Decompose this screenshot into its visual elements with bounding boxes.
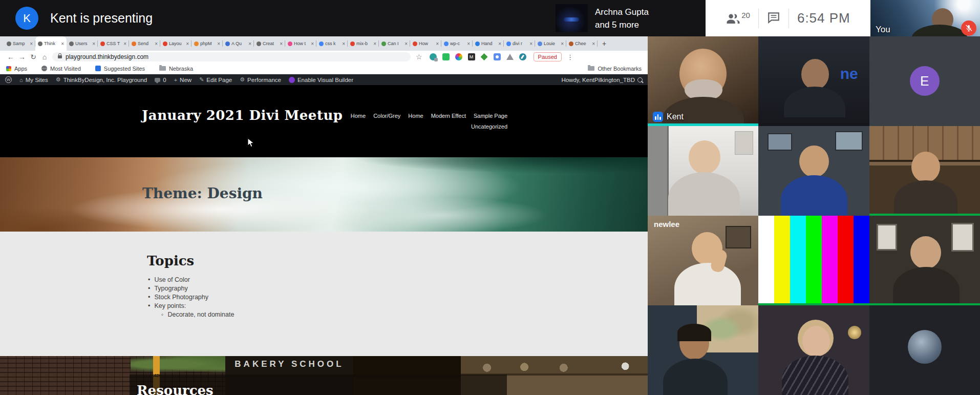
browser-tab[interactable]: divi r× bbox=[504, 36, 535, 51]
search-icon[interactable] bbox=[637, 77, 643, 82]
browser-tab[interactable]: Hand× bbox=[473, 36, 504, 51]
browser-tab[interactable]: How× bbox=[410, 36, 441, 51]
tab-close-icon[interactable]: × bbox=[123, 41, 126, 47]
screenshot-extension-icon[interactable] bbox=[494, 53, 501, 60]
browser-tab[interactable]: Chee× bbox=[566, 36, 598, 51]
participants-button[interactable]: 20 bbox=[726, 12, 750, 25]
back-icon[interactable]: ← bbox=[5, 53, 16, 61]
url-omnibox[interactable]: playground.thinkbydesign.com bbox=[52, 52, 411, 61]
tab-close-icon[interactable]: × bbox=[373, 41, 376, 47]
tab-close-icon[interactable]: × bbox=[311, 41, 314, 47]
forward-icon[interactable]: → bbox=[16, 53, 28, 61]
bookmark-suggested-sites[interactable]: Suggested Sites bbox=[95, 66, 145, 72]
nav-item-modern-effect[interactable]: Modern Effect bbox=[431, 113, 466, 119]
color-wheel-extension-icon[interactable] bbox=[455, 53, 462, 60]
tab-close-icon[interactable]: × bbox=[248, 41, 251, 47]
wordpress-logo-icon[interactable]: W bbox=[5, 76, 12, 83]
reload-icon[interactable]: ↻ bbox=[28, 53, 39, 61]
nav-item-sample-page[interactable]: Sample Page bbox=[474, 113, 507, 119]
color-bar bbox=[854, 216, 869, 303]
tab-close-icon[interactable]: × bbox=[342, 41, 345, 47]
browser-tab[interactable]: Creat× bbox=[254, 36, 285, 51]
tab-close-icon[interactable]: × bbox=[186, 41, 189, 47]
browser-tab[interactable]: Users× bbox=[67, 36, 98, 51]
chat-button[interactable] bbox=[767, 11, 780, 26]
performance-icon: ⚙ bbox=[240, 76, 245, 83]
participant-count: 20 bbox=[741, 11, 750, 19]
wp-visual-builder[interactable]: Enable Visual Builder bbox=[289, 77, 353, 83]
wall-frame bbox=[768, 133, 792, 151]
tab-close-icon[interactable]: × bbox=[467, 41, 470, 47]
tab-close-icon[interactable]: × bbox=[404, 41, 408, 47]
eyedropper-extension-icon[interactable] bbox=[519, 53, 526, 60]
browser-tab[interactable]: wp-c× bbox=[441, 36, 473, 51]
wp-comments[interactable]: 0 bbox=[155, 77, 166, 83]
apps-shortcut[interactable]: Apps bbox=[6, 66, 27, 72]
meet-app-window: K Kent is presenting Archna Gupta and 5 … bbox=[0, 0, 980, 395]
browser-tab[interactable]: A Qu× bbox=[223, 36, 254, 51]
video-tile[interactable] bbox=[869, 126, 980, 216]
bookmark-star-icon[interactable]: ☆ bbox=[416, 53, 422, 61]
drive-offline-extension-icon[interactable] bbox=[506, 54, 514, 60]
video-tile-initial-e[interactable]: E bbox=[869, 36, 980, 126]
tab-close-icon[interactable]: × bbox=[529, 41, 532, 47]
browser-tab[interactable]: Layou× bbox=[160, 36, 191, 51]
bookmark-most-visited[interactable]: Most Visited bbox=[41, 66, 81, 72]
tab-close-icon[interactable]: × bbox=[61, 41, 64, 47]
extension-teal-badge-icon[interactable] bbox=[430, 53, 437, 60]
browser-tab[interactable]: Send× bbox=[129, 36, 160, 51]
nav-item-home[interactable]: Home bbox=[351, 113, 366, 119]
video-tile[interactable] bbox=[648, 126, 758, 216]
tab-close-icon[interactable]: × bbox=[561, 41, 564, 47]
video-tile[interactable]: ne bbox=[758, 36, 869, 126]
home-icon[interactable]: ⌂ bbox=[39, 53, 50, 61]
nav-item-color-grey[interactable]: Color/Grey bbox=[373, 113, 400, 119]
tab-close-icon[interactable]: × bbox=[30, 41, 33, 47]
self-video-tile[interactable]: You bbox=[870, 0, 980, 36]
video-tile-avatar-photo[interactable] bbox=[869, 305, 980, 395]
browser-tab[interactable]: Can I× bbox=[379, 36, 410, 51]
green-extension-icon[interactable] bbox=[481, 53, 488, 60]
video-tile[interactable] bbox=[869, 216, 980, 305]
presentation-thumbnail[interactable] bbox=[556, 4, 588, 32]
wp-new-button[interactable]: +New bbox=[174, 77, 191, 83]
tab-close-icon[interactable]: × bbox=[92, 41, 95, 47]
browser-tab[interactable]: How t× bbox=[285, 36, 316, 51]
evernote-extension-icon[interactable] bbox=[442, 53, 450, 60]
wp-edit-page[interactable]: ✎Edit Page bbox=[199, 76, 232, 83]
browser-tab[interactable]: Samp× bbox=[4, 36, 35, 51]
paused-badge[interactable]: Paused bbox=[534, 52, 562, 61]
site-title[interactable]: January 2021 Divi Meetup bbox=[142, 108, 343, 123]
m-extension-icon[interactable]: M bbox=[468, 53, 475, 60]
video-tile-color-bars[interactable] bbox=[758, 216, 869, 305]
wp-howdy[interactable]: Howdy, KentPilkington_TBD bbox=[561, 77, 643, 83]
tab-close-icon[interactable]: × bbox=[217, 41, 220, 47]
other-bookmarks[interactable]: Other Bookmarks bbox=[588, 66, 642, 72]
nav-item-home-2[interactable]: Home bbox=[408, 113, 423, 119]
nav-item-uncategorized[interactable]: Uncategorized bbox=[471, 123, 507, 130]
tab-close-icon[interactable]: × bbox=[280, 41, 283, 47]
video-tile[interactable] bbox=[758, 305, 869, 395]
wp-performance[interactable]: ⚙Performance bbox=[240, 76, 281, 83]
wp-my-sites[interactable]: ⌂My Sites bbox=[19, 77, 48, 83]
video-tile-kent[interactable]: Kent bbox=[648, 36, 758, 126]
tab-close-icon[interactable]: × bbox=[155, 41, 158, 47]
new-tab-button[interactable]: + bbox=[598, 36, 611, 51]
video-tile[interactable] bbox=[648, 305, 758, 395]
tab-close-icon[interactable]: × bbox=[498, 41, 501, 47]
browser-tab[interactable]: mix-b× bbox=[348, 36, 379, 51]
bookmark-folder-nebraska[interactable]: Nebraska bbox=[159, 66, 193, 72]
browser-tab[interactable]: Louie× bbox=[535, 36, 566, 51]
browser-menu-icon[interactable]: ⋮ bbox=[567, 53, 573, 61]
tab-close-icon[interactable]: × bbox=[592, 41, 595, 47]
video-tile[interactable] bbox=[758, 126, 869, 216]
browser-tab-active[interactable]: Think× bbox=[35, 36, 67, 51]
browser-tab[interactable]: phpM× bbox=[191, 36, 223, 51]
tab-close-icon[interactable]: × bbox=[436, 41, 439, 47]
site-header: January 2021 Divi Meetup Home Color/Grey… bbox=[0, 85, 648, 157]
browser-tab[interactable]: css k× bbox=[316, 36, 348, 51]
wp-site-name[interactable]: ⚙ThinkByDesign, Inc. Playground bbox=[56, 76, 147, 83]
video-tile-newlee[interactable]: newlee bbox=[648, 216, 758, 305]
more-participants-label[interactable]: Archna Gupta and 5 more bbox=[595, 6, 649, 31]
browser-tab[interactable]: CSS T× bbox=[98, 36, 129, 51]
